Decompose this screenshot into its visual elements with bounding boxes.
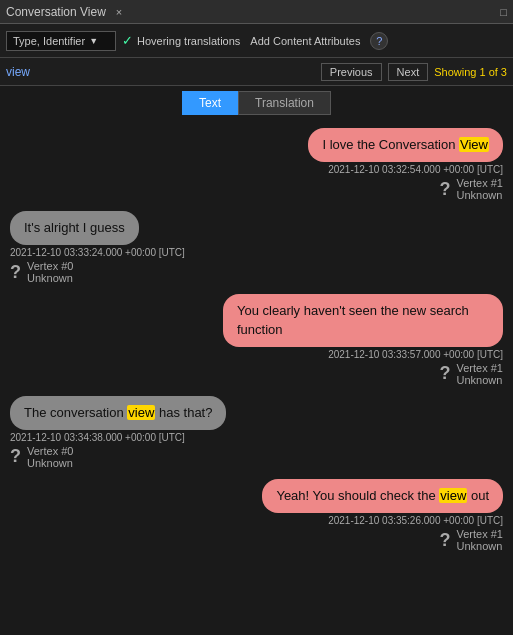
minimize-icon[interactable]: □ [500, 6, 507, 18]
vertex-label: Unknown [457, 189, 503, 201]
vertex-icon: ? [440, 530, 451, 551]
message-text: Yeah! You should check the [276, 488, 439, 503]
message-bubble: The conversation view has that? [10, 396, 226, 430]
messages-area[interactable]: I love the Conversation View 2021-12-10 … [0, 120, 513, 635]
message-text: It's alright I guess [24, 220, 125, 235]
vertex-label: Unknown [457, 540, 503, 552]
vertex-text: Vertex #0 Unknown [27, 445, 73, 469]
window-title: Conversation View [6, 5, 106, 19]
message-timestamp: 2021-12-10 03:35:26.000 +00:00 [UTC] [328, 515, 503, 526]
vertex-name: Vertex #1 [457, 177, 503, 189]
vertex-label: Unknown [27, 457, 73, 469]
checkmark-icon: ✓ [122, 33, 133, 48]
vertex-name: Vertex #1 [457, 362, 503, 374]
tabs-bar: Text Translation [0, 86, 513, 120]
message-text-after: has that? [155, 405, 212, 420]
message-block: The conversation view has that? 2021-12-… [10, 396, 503, 469]
close-button[interactable]: × [112, 6, 126, 18]
message-bubble: Yeah! You should check the view out [262, 479, 503, 513]
help-icon[interactable]: ? [370, 32, 388, 50]
message-block: I love the Conversation View 2021-12-10 … [10, 128, 503, 201]
vertex-icon: ? [10, 446, 21, 467]
vertex-label: Unknown [457, 374, 503, 386]
vertex-label: Unknown [27, 272, 73, 284]
previous-button[interactable]: Previous [321, 63, 382, 81]
message-timestamp: 2021-12-10 03:34:38.000 +00:00 [UTC] [10, 432, 185, 443]
vertex-icon: ? [10, 262, 21, 283]
highlighted-word: view [439, 488, 467, 503]
title-bar: Conversation View × □ [0, 0, 513, 24]
search-bar: view Previous Next Showing 1 of 3 [0, 58, 513, 86]
message-block: Yeah! You should check the view out 2021… [10, 479, 503, 552]
vertex-text: Vertex #1 Unknown [457, 177, 503, 201]
tab-translation[interactable]: Translation [238, 91, 331, 115]
add-content-button[interactable]: Add Content Attributes [246, 33, 364, 49]
vertex-info: ? Vertex #1 Unknown [440, 528, 503, 552]
message-timestamp: 2021-12-10 03:32:54.000 +00:00 [UTC] [328, 164, 503, 175]
highlighted-word: View [459, 137, 489, 152]
vertex-info: ? Vertex #1 Unknown [440, 177, 503, 201]
type-identifier-dropdown[interactable]: Type, Identifier ▼ [6, 31, 116, 51]
message-timestamp: 2021-12-10 03:33:24.000 +00:00 [UTC] [10, 247, 185, 258]
hover-translations-toggle[interactable]: ✓ Hovering translations [122, 33, 240, 48]
message-text: The conversation [24, 405, 127, 420]
vertex-info: ? Vertex #0 Unknown [10, 260, 73, 284]
message-text: I love the Conversation [322, 137, 459, 152]
vertex-info: ? Vertex #1 Unknown [440, 362, 503, 386]
vertex-info: ? Vertex #0 Unknown [10, 445, 73, 469]
vertex-text: Vertex #1 Unknown [457, 362, 503, 386]
vertex-text: Vertex #0 Unknown [27, 260, 73, 284]
dropdown-label: Type, Identifier [13, 35, 85, 47]
highlighted-word: view [127, 405, 155, 420]
showing-count: Showing 1 of 3 [434, 66, 507, 78]
vertex-name: Vertex #1 [457, 528, 503, 540]
vertex-name: Vertex #0 [27, 445, 73, 457]
message-bubble: You clearly haven't seen the new search … [223, 294, 503, 346]
tab-text[interactable]: Text [182, 91, 238, 115]
vertex-icon: ? [440, 179, 451, 200]
hover-label: Hovering translations [137, 35, 240, 47]
message-block: You clearly haven't seen the new search … [10, 294, 503, 385]
message-text: You clearly haven't seen the new search … [237, 303, 469, 336]
message-bubble: It's alright I guess [10, 211, 139, 245]
message-block: It's alright I guess 2021-12-10 03:33:24… [10, 211, 503, 284]
next-button[interactable]: Next [388, 63, 429, 81]
vertex-name: Vertex #0 [27, 260, 73, 272]
chevron-down-icon: ▼ [89, 36, 98, 46]
message-text-after: out [467, 488, 489, 503]
vertex-text: Vertex #1 Unknown [457, 528, 503, 552]
message-bubble: I love the Conversation View [308, 128, 503, 162]
vertex-icon: ? [440, 363, 451, 384]
message-timestamp: 2021-12-10 03:33:57.000 +00:00 [UTC] [328, 349, 503, 360]
toolbar: Type, Identifier ▼ ✓ Hovering translatio… [0, 24, 513, 58]
search-label: view [6, 65, 315, 79]
